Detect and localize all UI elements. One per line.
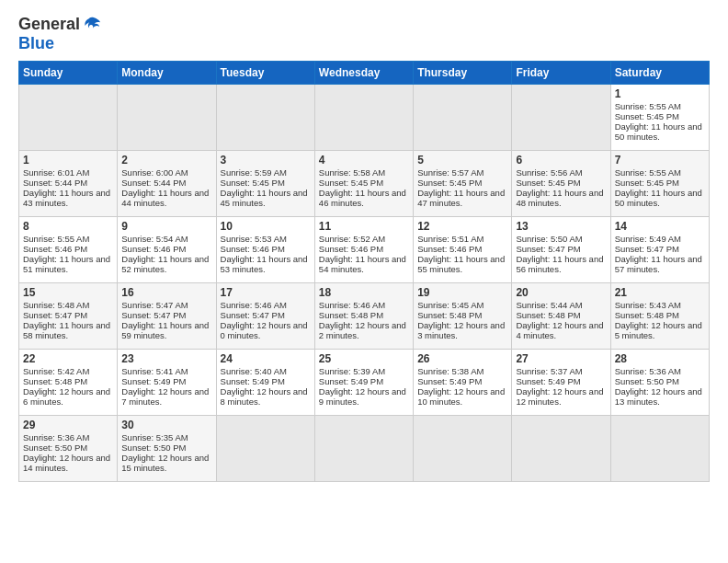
sunrise-text: Sunrise: 5:38 AM xyxy=(417,366,483,376)
daylight-text: Daylight: 11 hours and 56 minutes. xyxy=(516,254,603,274)
sunset-text: Sunset: 5:46 PM xyxy=(417,244,482,254)
day-number: 7 xyxy=(615,154,705,167)
daylight-text: Daylight: 12 hours and 14 minutes. xyxy=(23,453,110,473)
week-row-5: 29Sunrise: 5:36 AMSunset: 5:50 PMDayligh… xyxy=(19,415,710,481)
sunset-text: Sunset: 5:49 PM xyxy=(417,376,482,386)
calendar-cell: 16Sunrise: 5:47 AMSunset: 5:47 PMDayligh… xyxy=(118,282,216,349)
daylight-text: Daylight: 11 hours and 45 minutes. xyxy=(221,188,308,208)
sunset-text: Sunset: 5:45 PM xyxy=(516,178,580,188)
sunset-text: Sunset: 5:47 PM xyxy=(221,310,285,320)
sunrise-text: Sunrise: 5:54 AM xyxy=(121,234,188,244)
daylight-text: Daylight: 11 hours and 58 minutes. xyxy=(23,320,110,340)
day-number: 15 xyxy=(23,286,113,299)
calendar-cell: 6Sunrise: 5:56 AMSunset: 5:45 PMDaylight… xyxy=(512,150,610,216)
day-number: 3 xyxy=(221,154,311,167)
sunrise-text: Sunrise: 5:51 AM xyxy=(417,234,483,244)
col-header-wednesday: Wednesday xyxy=(314,61,413,84)
day-number: 29 xyxy=(23,419,113,431)
sunrise-text: Sunrise: 5:47 AM xyxy=(121,300,188,310)
col-header-tuesday: Tuesday xyxy=(216,61,314,84)
calendar-cell: 2Sunrise: 6:00 AMSunset: 5:44 PMDaylight… xyxy=(118,150,216,216)
calendar-cell: 28Sunrise: 5:36 AMSunset: 5:50 PMDayligh… xyxy=(610,349,709,415)
daylight-text: Daylight: 12 hours and 13 minutes. xyxy=(615,386,702,407)
day-number: 25 xyxy=(319,352,409,365)
calendar-cell xyxy=(314,415,413,481)
calendar-cell: 18Sunrise: 5:46 AMSunset: 5:48 PMDayligh… xyxy=(314,282,413,349)
sunset-text: Sunset: 5:44 PM xyxy=(121,178,186,188)
calendar-cell: 4Sunrise: 5:58 AMSunset: 5:45 PMDaylight… xyxy=(314,150,413,216)
day-number: 10 xyxy=(221,220,311,233)
col-header-thursday: Thursday xyxy=(414,61,512,84)
header: General Blue xyxy=(18,15,710,53)
daylight-text: Daylight: 11 hours and 51 minutes. xyxy=(23,254,110,274)
sunrise-text: Sunrise: 5:39 AM xyxy=(319,366,385,376)
sunrise-text: Sunrise: 6:00 AM xyxy=(121,167,188,178)
calendar-cell: 1Sunrise: 6:01 AMSunset: 5:44 PMDaylight… xyxy=(19,150,118,216)
daylight-text: Daylight: 12 hours and 15 minutes. xyxy=(121,453,209,473)
sunrise-text: Sunrise: 5:42 AM xyxy=(23,366,89,376)
sunrise-text: Sunrise: 6:01 AM xyxy=(23,167,89,178)
daylight-text: Daylight: 11 hours and 50 minutes. xyxy=(615,121,702,142)
logo-bird-icon xyxy=(82,15,102,35)
day-number: 8 xyxy=(23,220,113,233)
sunset-text: Sunset: 5:45 PM xyxy=(417,178,482,188)
calendar-cell: 20Sunrise: 5:44 AMSunset: 5:48 PMDayligh… xyxy=(512,282,610,349)
day-number: 30 xyxy=(121,419,211,431)
calendar-cell xyxy=(216,84,314,150)
daylight-text: Daylight: 11 hours and 57 minutes. xyxy=(615,254,702,274)
sunset-text: Sunset: 5:46 PM xyxy=(221,244,285,254)
calendar-cell xyxy=(314,84,413,150)
sunrise-text: Sunrise: 5:36 AM xyxy=(615,366,681,376)
sunset-text: Sunset: 5:46 PM xyxy=(121,244,186,254)
calendar-cell: 14Sunrise: 5:49 AMSunset: 5:47 PMDayligh… xyxy=(610,216,709,282)
day-number: 4 xyxy=(319,154,409,167)
daylight-text: Daylight: 11 hours and 46 minutes. xyxy=(319,188,406,208)
sunrise-text: Sunrise: 5:37 AM xyxy=(516,366,582,376)
week-row-3: 15Sunrise: 5:48 AMSunset: 5:47 PMDayligh… xyxy=(19,282,710,349)
sunset-text: Sunset: 5:47 PM xyxy=(516,244,580,254)
logo: General Blue xyxy=(18,15,102,53)
day-number: 5 xyxy=(417,154,507,167)
daylight-text: Daylight: 12 hours and 8 minutes. xyxy=(221,386,308,407)
daylight-text: Daylight: 12 hours and 0 minutes. xyxy=(221,320,308,340)
daylight-text: Daylight: 11 hours and 47 minutes. xyxy=(417,188,505,208)
sunset-text: Sunset: 5:49 PM xyxy=(121,376,186,386)
col-header-monday: Monday xyxy=(118,61,216,84)
sunrise-text: Sunrise: 5:43 AM xyxy=(615,300,681,310)
sunset-text: Sunset: 5:44 PM xyxy=(23,178,87,188)
calendar-cell: 7Sunrise: 5:55 AMSunset: 5:45 PMDaylight… xyxy=(610,150,709,216)
day-number: 21 xyxy=(615,286,705,299)
sunset-text: Sunset: 5:45 PM xyxy=(221,178,285,188)
day-number: 11 xyxy=(319,220,409,233)
sunset-text: Sunset: 5:48 PM xyxy=(615,310,679,320)
daylight-text: Daylight: 11 hours and 48 minutes. xyxy=(516,188,603,208)
sunrise-text: Sunrise: 5:48 AM xyxy=(23,300,89,310)
sunset-text: Sunset: 5:46 PM xyxy=(319,244,383,254)
calendar-cell xyxy=(512,84,610,150)
calendar-cell: 30Sunrise: 5:35 AMSunset: 5:50 PMDayligh… xyxy=(118,415,216,481)
day-number: 2 xyxy=(121,154,211,167)
logo-blue-text: Blue xyxy=(18,34,54,52)
calendar-cell: 12Sunrise: 5:51 AMSunset: 5:46 PMDayligh… xyxy=(414,216,512,282)
sunset-text: Sunset: 5:50 PM xyxy=(23,442,87,453)
sunrise-text: Sunrise: 5:50 AM xyxy=(516,234,582,244)
daylight-text: Daylight: 12 hours and 6 minutes. xyxy=(23,386,110,407)
sunset-text: Sunset: 5:49 PM xyxy=(319,376,383,386)
sunset-text: Sunset: 5:45 PM xyxy=(615,178,679,188)
sunrise-text: Sunrise: 5:57 AM xyxy=(417,167,483,178)
day-number: 22 xyxy=(23,352,113,365)
sunset-text: Sunset: 5:48 PM xyxy=(23,376,87,386)
sunrise-text: Sunrise: 5:55 AM xyxy=(23,234,89,244)
sunset-text: Sunset: 5:47 PM xyxy=(121,310,186,320)
calendar-cell: 13Sunrise: 5:50 AMSunset: 5:47 PMDayligh… xyxy=(512,216,610,282)
sunrise-text: Sunrise: 5:49 AM xyxy=(615,234,681,244)
sunrise-text: Sunrise: 5:59 AM xyxy=(221,167,287,178)
sunset-text: Sunset: 5:45 PM xyxy=(319,178,383,188)
day-number: 1 xyxy=(615,87,705,100)
logo-general-text: General xyxy=(18,16,80,34)
sunrise-text: Sunrise: 5:41 AM xyxy=(121,366,188,376)
calendar-cell: 27Sunrise: 5:37 AMSunset: 5:49 PMDayligh… xyxy=(512,349,610,415)
sunset-text: Sunset: 5:48 PM xyxy=(516,310,580,320)
sunrise-text: Sunrise: 5:40 AM xyxy=(221,366,287,376)
week-row-4: 22Sunrise: 5:42 AMSunset: 5:48 PMDayligh… xyxy=(19,349,710,415)
